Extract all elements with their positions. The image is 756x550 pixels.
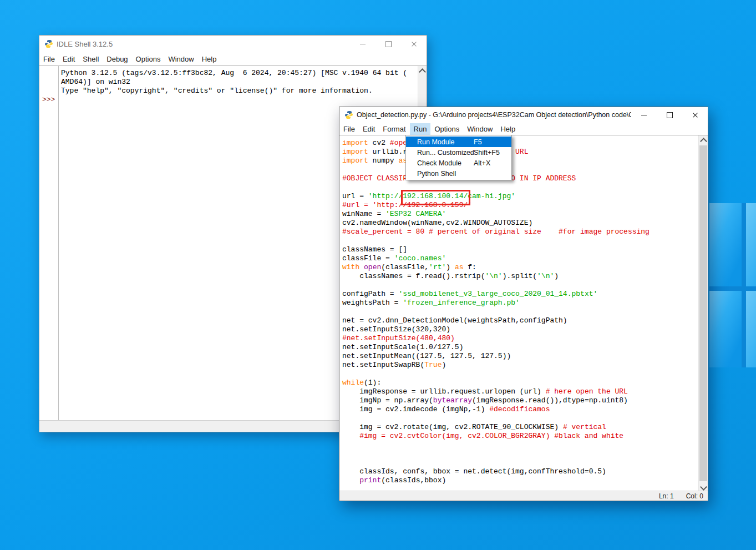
windows-logo <box>709 203 756 367</box>
code-line: net.setInputMean((127.5, 127.5, 127.5)) <box>342 352 699 361</box>
code-line <box>342 165 699 174</box>
status-line-indicator: Ln: 1 <box>659 492 674 500</box>
shell-menubar: FileEditShellDebugOptionsWindowHelp <box>39 52 427 65</box>
code-line: classNames = [] <box>342 245 699 254</box>
run-menu-item-check-module[interactable]: Check ModuleAlt+X <box>406 158 511 168</box>
scrollbar-thumb[interactable] <box>699 145 707 481</box>
code-line <box>342 281 699 290</box>
minimize-icon <box>360 44 366 44</box>
scroll-down-button[interactable] <box>699 482 708 491</box>
menu-window[interactable]: Window <box>463 123 496 135</box>
menu-edit[interactable]: Edit <box>359 123 379 135</box>
minimize-button[interactable] <box>631 107 657 123</box>
python-idle-icon <box>344 110 353 119</box>
code-line: #url = 'http://192.168.0.159/' <box>342 201 699 210</box>
editor-vertical-scrollbar[interactable] <box>698 135 708 491</box>
menu-item-label: Check Module <box>417 159 474 167</box>
menu-options[interactable]: Options <box>430 123 463 135</box>
shell-prompt: >>> <box>39 95 58 104</box>
close-button[interactable] <box>401 36 427 52</box>
close-button[interactable] <box>682 107 708 123</box>
shell-output-line: Type "help", "copyright", "credits" or "… <box>61 87 418 95</box>
maximize-icon <box>385 41 392 47</box>
annotation-red-box <box>401 190 470 205</box>
menu-help[interactable]: Help <box>496 123 519 135</box>
menu-debug[interactable]: Debug <box>103 53 131 65</box>
code-line: print(classIds,bbox) <box>342 476 699 485</box>
code-line: img = cv2.imdecode (imgNp,-1) #decodific… <box>342 405 699 414</box>
menu-edit[interactable]: Edit <box>59 53 79 65</box>
code-line <box>342 414 699 423</box>
code-line: import urllib.request #to open and read … <box>342 148 699 157</box>
code-line: imgResponse = urllib.request.urlopen (ur… <box>342 387 699 396</box>
code-line <box>342 370 699 379</box>
editor-text-frame: import cv2 #opencv libraryimport urllib.… <box>339 135 708 491</box>
menu-help[interactable]: Help <box>198 53 221 65</box>
code-line: net = cv2.dnn_DetectionModel(weightsPath… <box>342 316 699 325</box>
menu-file[interactable]: File <box>39 53 59 65</box>
run-menu-item-python-shell[interactable]: Python Shell <box>406 168 511 179</box>
maximize-button[interactable] <box>376 36 401 52</box>
editor-titlebar[interactable]: Object_detection.py.py - G:\Arduino proj… <box>339 107 708 123</box>
menu-run[interactable]: Run <box>410 123 431 135</box>
menu-window[interactable]: Window <box>164 53 197 65</box>
editor-statusbar: Ln: 1 Col: 0 <box>339 491 708 501</box>
code-line: #OBJECT CLASSIFICATION PROGRAM FOR VIDEO… <box>342 174 699 183</box>
shell-window-title: IDLE Shell 3.12.5 <box>57 40 350 48</box>
code-line: classIds, confs, bbox = net.detect(img,c… <box>342 467 699 476</box>
code-line: img = cv2.rotate(img, cv2.ROTATE_90_CLOC… <box>342 423 699 432</box>
menu-item-shortcut: Alt+X <box>474 159 511 167</box>
menu-file[interactable]: File <box>339 123 359 135</box>
windows-logo-pane <box>746 291 756 367</box>
menu-item-shortcut: F5 <box>474 138 511 146</box>
close-icon <box>692 112 698 118</box>
minimize-icon <box>641 115 647 115</box>
run-menu-item-run-module[interactable]: Run ModuleF5 <box>406 137 511 147</box>
code-line: imgNp = np.array(bytearray(imgResponse.r… <box>342 396 699 405</box>
maximize-icon <box>667 112 673 118</box>
code-line: classFile = 'coco.names' <box>342 254 699 263</box>
menu-item-label: Run Module <box>417 138 474 146</box>
maximize-button[interactable] <box>657 107 682 123</box>
code-line: url = 'http://192.168.100.14/cam-hi.jpg' <box>342 192 699 201</box>
code-line <box>342 307 699 316</box>
close-icon <box>411 41 417 47</box>
code-line: with open(classFile,'rt') as f: <box>342 263 699 272</box>
menu-shell[interactable]: Shell <box>79 53 103 65</box>
scroll-down-icon <box>700 483 707 491</box>
menu-item-label: Run... Customized <box>417 149 474 157</box>
menu-item-shortcut: Shift+F5 <box>474 149 511 157</box>
code-editor-area[interactable]: import cv2 #opencv libraryimport urllib.… <box>339 135 699 491</box>
code-line <box>342 183 699 192</box>
shell-titlebar[interactable]: IDLE Shell 3.12.5 <box>39 36 427 52</box>
code-line: #scale_percent = 80 # percent of origina… <box>342 228 699 236</box>
windows-logo-pane <box>746 203 756 286</box>
minimize-button[interactable] <box>350 36 376 52</box>
windows-logo-pane <box>709 291 742 367</box>
code-line: cv2.namedWindow(winName,cv2.WINDOW_AUTOS… <box>342 219 699 228</box>
run-dropdown-menu: Run ModuleF5Run... CustomizedShift+F5Che… <box>405 135 512 180</box>
code-line <box>342 450 699 458</box>
code-line: #img = cv2.cvtColor(img, cv2.COLOR_BGR2G… <box>342 432 699 441</box>
editor-menubar: FileEditFormatRunOptionsWindowHelp <box>339 123 708 135</box>
code-line <box>342 458 699 467</box>
code-line: import numpy as np <box>342 157 699 165</box>
status-col-indicator: Col: 0 <box>686 492 703 500</box>
menu-options[interactable]: Options <box>132 53 165 65</box>
code-line: winName = 'ESP32 CAMERA' <box>342 210 699 219</box>
editor-caption-buttons <box>631 107 708 123</box>
code-line <box>342 236 699 245</box>
shell-caption-buttons <box>350 36 427 52</box>
code-line: net.setInputSize(320,320) <box>342 325 699 334</box>
scroll-up-icon <box>419 68 426 75</box>
python-idle-icon <box>44 39 53 48</box>
code-line: import cv2 #opencv library <box>342 139 699 148</box>
editor-window: Object_detection.py.py - G:\Arduino proj… <box>339 107 708 501</box>
code-line: configPath = 'ssd_mobilenet_v3_large_coc… <box>342 290 699 299</box>
menu-format[interactable]: Format <box>379 123 409 135</box>
windows-logo-pane <box>709 203 742 286</box>
run-menu-item-run-customized[interactable]: Run... CustomizedShift+F5 <box>406 147 511 158</box>
code-line: classNames = f.read().rstrip('\n').split… <box>342 272 699 281</box>
desktop: { "desktop": { "background_color": "#0a9… <box>0 0 756 550</box>
code-line: while(1): <box>342 379 699 387</box>
